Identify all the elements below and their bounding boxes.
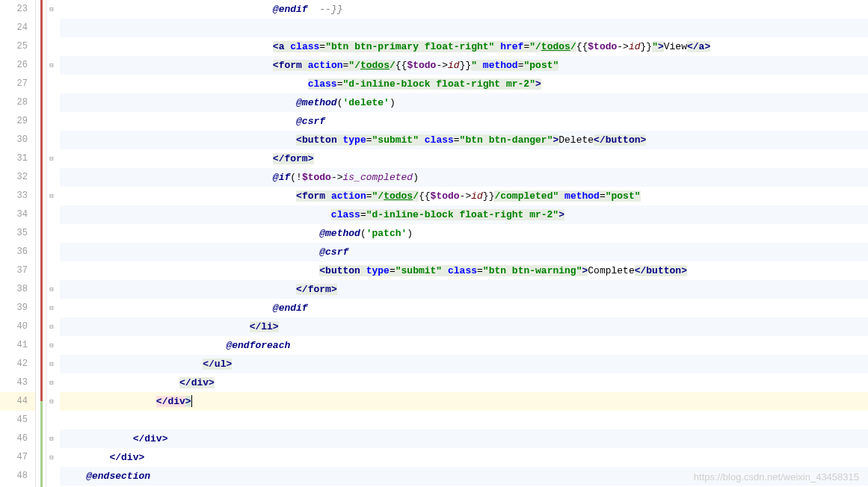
line-number[interactable]: 45 bbox=[0, 411, 35, 429]
fold-icon[interactable]: ⊟ bbox=[48, 286, 55, 294]
fold-icon[interactable]: ⊟ bbox=[48, 193, 55, 200]
line-number[interactable]: 44 bbox=[0, 392, 35, 411]
fold-column[interactable]: ⊟ ⊟ ⊟ ⊟ ⊟ ⊟ ⊟ ⊟ ⊟ ⊟ ⊟ ⊟ ⊟ 💡 bbox=[46, 0, 60, 487]
line-number[interactable]: 33 bbox=[0, 187, 35, 205]
line-number[interactable]: 34 bbox=[0, 205, 35, 224]
line-number[interactable]: 48 bbox=[0, 467, 35, 486]
line-number[interactable]: 25 bbox=[0, 37, 35, 56]
line-number[interactable]: 37 bbox=[0, 261, 35, 280]
code-area[interactable]: @endif --}} <a class="btn btn-primary fl… bbox=[60, 0, 868, 487]
line-number[interactable]: 31 bbox=[0, 149, 35, 168]
line-number[interactable]: 29 bbox=[0, 112, 35, 131]
fold-icon[interactable]: ⊟ bbox=[48, 323, 55, 331]
line-number[interactable]: 46 bbox=[0, 429, 35, 448]
line-number[interactable]: 27 bbox=[0, 75, 35, 93]
fold-icon[interactable]: ⊟ bbox=[48, 305, 55, 312]
fold-icon[interactable]: ⊟ bbox=[48, 454, 55, 462]
line-number[interactable]: 41 bbox=[0, 336, 35, 355]
fold-icon[interactable]: ⊟ bbox=[48, 62, 55, 69]
line-number-gutter[interactable]: 23 24 25 26 27 28 29 30 31 32 33 34 35 3… bbox=[0, 0, 36, 487]
fold-icon[interactable]: ⊟ bbox=[48, 342, 55, 350]
line-number[interactable]: 36 bbox=[0, 243, 35, 261]
fold-icon[interactable]: ⊟ bbox=[48, 6, 55, 13]
fold-icon[interactable]: ⊟ bbox=[48, 379, 55, 387]
added-marker bbox=[40, 401, 43, 487]
line-number[interactable]: 30 bbox=[0, 131, 35, 149]
deleted-marker bbox=[40, 0, 43, 401]
line-number[interactable]: 43 bbox=[0, 373, 35, 392]
line-number[interactable]: 24 bbox=[0, 19, 35, 37]
line-number[interactable]: 39 bbox=[0, 299, 35, 317]
fold-icon[interactable]: ⊟ bbox=[48, 155, 55, 163]
line-number[interactable]: 26 bbox=[0, 56, 35, 75]
line-number[interactable]: 35 bbox=[0, 224, 35, 243]
line-number[interactable]: 38 bbox=[0, 280, 35, 299]
line-number[interactable]: 40 bbox=[0, 317, 35, 336]
text-cursor bbox=[191, 395, 192, 407]
fold-icon[interactable]: ⊟ bbox=[48, 361, 55, 368]
line-number[interactable]: 47 bbox=[0, 448, 35, 467]
line-number[interactable]: 28 bbox=[0, 93, 35, 112]
line-number[interactable]: 23 bbox=[0, 0, 35, 19]
line-number[interactable]: 42 bbox=[0, 355, 35, 373]
change-marker-column bbox=[36, 0, 46, 487]
fold-icon[interactable]: ⊟ bbox=[48, 398, 55, 406]
code-editor: 23 24 25 26 27 28 29 30 31 32 33 34 35 3… bbox=[0, 0, 868, 487]
fold-icon[interactable]: ⊟ bbox=[48, 435, 55, 443]
line-number[interactable]: 32 bbox=[0, 168, 35, 187]
